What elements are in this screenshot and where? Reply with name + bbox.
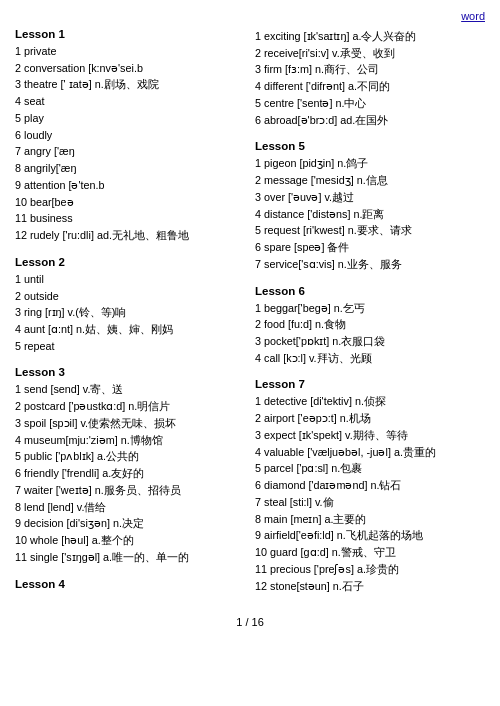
lesson-block-left-1: Lesson 11 private2 conversation [k:nvə's… [15,28,245,244]
list-item: 8 lend [lend] v.借给 [15,499,245,516]
list-item: 3 firm [fɜ:m] n.商行、公司 [255,61,485,78]
list-item: 6 friendly ['frendli] a.友好的 [15,465,245,482]
list-item: 6 diamond ['daɪəmənd] n.钻石 [255,477,485,494]
list-item: 3 theatre [' ɪatə] n.剧场、戏院 [15,76,245,93]
list-item: 4 valuable ['væljuəbəl, -juəl] a.贵重的 [255,444,485,461]
lesson-title-left-2: Lesson 2 [15,256,245,268]
list-item: 4 seat [15,93,245,110]
list-item: 7 waiter ['weɪtə] n.服务员、招待员 [15,482,245,499]
list-item: 4 distance ['distəns] n.距离 [255,206,485,223]
list-item: 1 beggar['begə] n.乞丐 [255,300,485,317]
word-link[interactable]: word [461,10,485,22]
list-item: 2 outside [15,288,245,305]
list-item: 6 spare [speə] 备件 [255,239,485,256]
lesson-block-left-4: Lesson 4 [15,578,245,590]
list-item: 3 over ['əuvə] v.越过 [255,189,485,206]
list-item: 5 request [ri'kwest] n.要求、请求 [255,222,485,239]
page-number: 1 / 16 [15,616,485,628]
list-item: 1 until [15,271,245,288]
list-item: 5 parcel ['pɑ:sl] n.包裹 [255,460,485,477]
list-item: 4 call [kɔ:l] v.拜访、光顾 [255,350,485,367]
list-item: 8 angrily['æŋ [15,160,245,177]
list-item: 2 airport ['eəpɔ:t] n.机场 [255,410,485,427]
list-item: 2 receive[ri'si:v] v.承受、收到 [255,45,485,62]
right-column: 1 exciting [ɪk'saɪtɪŋ] a.令人兴奋的2 receive[… [255,28,485,606]
list-item: 5 public ['pʌblɪk] a.公共的 [15,448,245,465]
list-item: 2 message ['mesidʒ] n.信息 [255,172,485,189]
list-item: 2 food [fu:d] n.食物 [255,316,485,333]
list-item: 3 ring [rɪŋ] v.(铃、等)响 [15,304,245,321]
lesson-block-right-3: Lesson 61 beggar['begə] n.乞丐2 food [fu:d… [255,285,485,367]
list-item: 11 business [15,210,245,227]
lesson-block-right-2: Lesson 51 pigeon [pidʒin] n.鸽子2 message … [255,140,485,272]
lesson-block-left-3: Lesson 31 send [send] v.寄、送2 postcard ['… [15,366,245,565]
list-item: 10 whole [həul] a.整个的 [15,532,245,549]
list-item: 2 postcard ['pəustkɑ:d] n.明信片 [15,398,245,415]
lesson-title-right-4: Lesson 7 [255,378,485,390]
list-item: 5 repeat [15,338,245,355]
lesson-block-left-2: Lesson 21 until2 outside3 ring [rɪŋ] v.(… [15,256,245,355]
list-item: 11 precious ['preʃəs] a.珍贵的 [255,561,485,578]
list-item: 12 stone[stəun] n.石子 [255,578,485,595]
list-item: 7 steal [sti:l] v.偷 [255,494,485,511]
lesson-title-left-1: Lesson 1 [15,28,245,40]
list-item: 3 spoil [spɔil] v.使索然无味、损坏 [15,415,245,432]
list-item: 10 guard [gɑ:d] n.警戒、守卫 [255,544,485,561]
list-item: 6 loudly [15,127,245,144]
list-item: 9 airfield['eəfi:ld] n.飞机起落的场地 [255,527,485,544]
list-item: 6 abroad[ə'brɔ:d] ad.在国外 [255,112,485,129]
list-item: 8 main [meɪn] a.主要的 [255,511,485,528]
top-link[interactable]: word [15,10,485,22]
left-column: Lesson 11 private2 conversation [k:nvə's… [15,28,245,606]
list-item: 3 pocket['pɒkɪt] n.衣服口袋 [255,333,485,350]
lesson-title-left-3: Lesson 3 [15,366,245,378]
lesson-title-right-3: Lesson 6 [255,285,485,297]
list-item: 1 send [send] v.寄、送 [15,381,245,398]
list-item: 1 private [15,43,245,60]
list-item: 5 play [15,110,245,127]
list-item: 12 rudely ['ru:dli] ad.无礼地、粗鲁地 [15,227,245,244]
list-item: 9 attention [ə'ten.b [15,177,245,194]
lesson-title-left-4: Lesson 4 [15,578,245,590]
list-item: 5 centre ['sentə] n.中心 [255,95,485,112]
list-item: 1 detective [di'tektiv] n.侦探 [255,393,485,410]
list-item: 4 museum[mju:'ziəm] n.博物馆 [15,432,245,449]
lesson-title-right-2: Lesson 5 [255,140,485,152]
list-item: 1 exciting [ɪk'saɪtɪŋ] a.令人兴奋的 [255,28,485,45]
list-item: 4 different ['difrənt] a.不同的 [255,78,485,95]
list-item: 1 pigeon [pidʒin] n.鸽子 [255,155,485,172]
list-item: 7 angry ['æŋ [15,143,245,160]
list-item: 7 service['sɑ:vis] n.业务、服务 [255,256,485,273]
list-item: 9 decision [di'siʒən] n.决定 [15,515,245,532]
list-item: 2 conversation [k:nvə'sei.b [15,60,245,77]
list-item: 10 bear[beə [15,194,245,211]
lesson-block-right-1: 1 exciting [ɪk'saɪtɪŋ] a.令人兴奋的2 receive[… [255,28,485,128]
lesson-block-right-4: Lesson 71 detective [di'tektiv] n.侦探2 ai… [255,378,485,594]
list-item: 3 expect [ɪk'spekt] v.期待、等待 [255,427,485,444]
list-item: 11 single ['sɪŋgəl] a.唯一的、单一的 [15,549,245,566]
list-item: 4 aunt [ɑ:nt] n.姑、姨、婶、刚妈 [15,321,245,338]
